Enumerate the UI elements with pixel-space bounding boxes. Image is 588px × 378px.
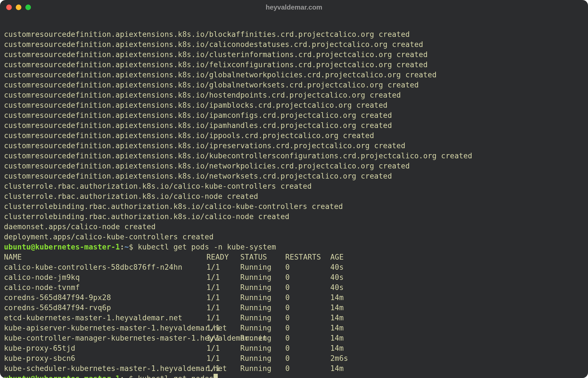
prompt-path: ~ bbox=[124, 374, 129, 378]
terminal-window: heyvaldemar.com customresourcedefinition… bbox=[0, 0, 588, 378]
td-name: kube-controller-manager-kubernetes-maste… bbox=[4, 333, 207, 343]
minimize-icon[interactable] bbox=[16, 4, 21, 10]
td-ready: 1/1 bbox=[207, 272, 240, 282]
td-age: 40s bbox=[330, 262, 358, 272]
table-row: kube-proxy-65tjd1/1Running014m bbox=[4, 343, 584, 353]
prompt-path: ~ bbox=[124, 243, 129, 251]
td-ready: 1/1 bbox=[207, 303, 240, 313]
td-age: 14m bbox=[330, 363, 358, 374]
td-restarts: 0 bbox=[285, 303, 330, 313]
td-name: kube-scheduler-kubernetes-master-1.heyva… bbox=[4, 363, 207, 374]
window-controls bbox=[6, 4, 31, 10]
td-name: kube-apiserver-kubernetes-master-1.heyva… bbox=[4, 323, 207, 333]
td-restarts: 0 bbox=[285, 282, 330, 292]
command-2: kubectl get nodes bbox=[138, 374, 214, 378]
td-status: Running bbox=[240, 323, 285, 333]
td-ready: 1/1 bbox=[207, 353, 240, 363]
td-restarts: 0 bbox=[285, 343, 330, 353]
prompt-colon: : bbox=[120, 374, 124, 378]
table-row: kube-controller-manager-kubernetes-maste… bbox=[4, 333, 584, 343]
table-row: kube-proxy-sbcn61/1Running02m6s bbox=[4, 353, 584, 363]
td-ready: 1/1 bbox=[207, 363, 240, 374]
th-restarts: RESTARTS bbox=[285, 252, 330, 262]
td-age: 14m bbox=[330, 303, 358, 313]
prompt-symbol: $ bbox=[129, 374, 133, 378]
td-status: Running bbox=[240, 303, 285, 313]
td-name: kube-proxy-65tjd bbox=[4, 343, 207, 353]
td-status: Running bbox=[240, 262, 285, 272]
td-name: kube-proxy-sbcn6 bbox=[4, 353, 207, 363]
th-ready: READY bbox=[207, 252, 240, 262]
td-ready: 1/1 bbox=[207, 282, 240, 292]
td-age: 14m bbox=[330, 313, 358, 323]
td-restarts: 0 bbox=[285, 272, 330, 282]
td-restarts: 0 bbox=[285, 323, 330, 333]
td-status: Running bbox=[240, 363, 285, 374]
cursor-icon bbox=[214, 374, 218, 378]
table-row: coredns-565d847f94-rvq6p1/1Running014m bbox=[4, 303, 584, 313]
td-status: Running bbox=[240, 353, 285, 363]
th-status: STATUS bbox=[240, 252, 285, 262]
terminal-body[interactable]: customresourcedefinition.apiextensions.k… bbox=[0, 15, 588, 378]
td-restarts: 0 bbox=[285, 313, 330, 323]
table-row: coredns-565d847f94-9px281/1Running014m bbox=[4, 292, 584, 303]
td-age: 40s bbox=[330, 272, 358, 282]
td-name: coredns-565d847f94-rvq6p bbox=[4, 303, 207, 313]
td-restarts: 0 bbox=[285, 262, 330, 272]
command-1: kubectl get pods -n kube-system bbox=[138, 243, 276, 251]
td-status: Running bbox=[240, 333, 285, 343]
td-status: Running bbox=[240, 272, 285, 282]
th-name: NAME bbox=[4, 252, 207, 262]
td-restarts: 0 bbox=[285, 333, 330, 343]
table-row: etcd-kubernetes-master-1.heyvaldemar.net… bbox=[4, 313, 584, 323]
td-ready: 1/1 bbox=[207, 313, 240, 323]
maximize-icon[interactable] bbox=[25, 4, 31, 10]
td-ready: 1/1 bbox=[207, 343, 240, 353]
td-name: calico-kube-controllers-58dbc876ff-n24hn bbox=[4, 262, 207, 272]
td-name: etcd-kubernetes-master-1.heyvaldemar.net bbox=[4, 313, 207, 323]
td-age: 14m bbox=[330, 343, 358, 353]
td-status: Running bbox=[240, 282, 285, 292]
table-row: calico-node-tvnmf1/1Running040s bbox=[4, 282, 584, 292]
table-row: kube-apiserver-kubernetes-master-1.heyva… bbox=[4, 323, 584, 333]
td-restarts: 0 bbox=[285, 363, 330, 374]
td-status: Running bbox=[240, 343, 285, 353]
prompt-user-host: ubuntu@kubernetes-master-1 bbox=[4, 374, 120, 378]
prompt-colon: : bbox=[120, 243, 124, 251]
pods-table-header: NAMEREADYSTATUSRESTARTSAGE bbox=[4, 252, 584, 262]
td-ready: 1/1 bbox=[207, 262, 240, 272]
td-ready: 1/1 bbox=[207, 333, 240, 343]
window-title: heyvaldemar.com bbox=[0, 3, 588, 11]
td-status: Running bbox=[240, 292, 285, 303]
td-ready: 1/1 bbox=[207, 292, 240, 303]
td-status: Running bbox=[240, 313, 285, 323]
prompt-user-host: ubuntu@kubernetes-master-1 bbox=[4, 243, 120, 251]
td-age: 2m6s bbox=[330, 353, 358, 363]
prompt-symbol: $ bbox=[129, 243, 133, 251]
td-age: 14m bbox=[330, 333, 358, 343]
td-name: calico-node-jm9kq bbox=[4, 272, 207, 282]
td-name: coredns-565d847f94-9px28 bbox=[4, 292, 207, 303]
td-age: 14m bbox=[330, 292, 358, 303]
th-age: AGE bbox=[330, 252, 358, 262]
td-age: 40s bbox=[330, 282, 358, 292]
table-row: kube-scheduler-kubernetes-master-1.heyva… bbox=[4, 363, 584, 374]
td-ready: 1/1 bbox=[207, 323, 240, 333]
td-restarts: 0 bbox=[285, 292, 330, 303]
td-restarts: 0 bbox=[285, 353, 330, 363]
titlebar: heyvaldemar.com bbox=[0, 0, 588, 15]
output-lines: customresourcedefinition.apiextensions.k… bbox=[4, 30, 472, 241]
table-row: calico-node-jm9kq1/1Running040s bbox=[4, 272, 584, 282]
td-name: calico-node-tvnmf bbox=[4, 282, 207, 292]
close-icon[interactable] bbox=[6, 4, 12, 10]
table-row: calico-kube-controllers-58dbc876ff-n24hn… bbox=[4, 262, 584, 272]
td-age: 14m bbox=[330, 323, 358, 333]
